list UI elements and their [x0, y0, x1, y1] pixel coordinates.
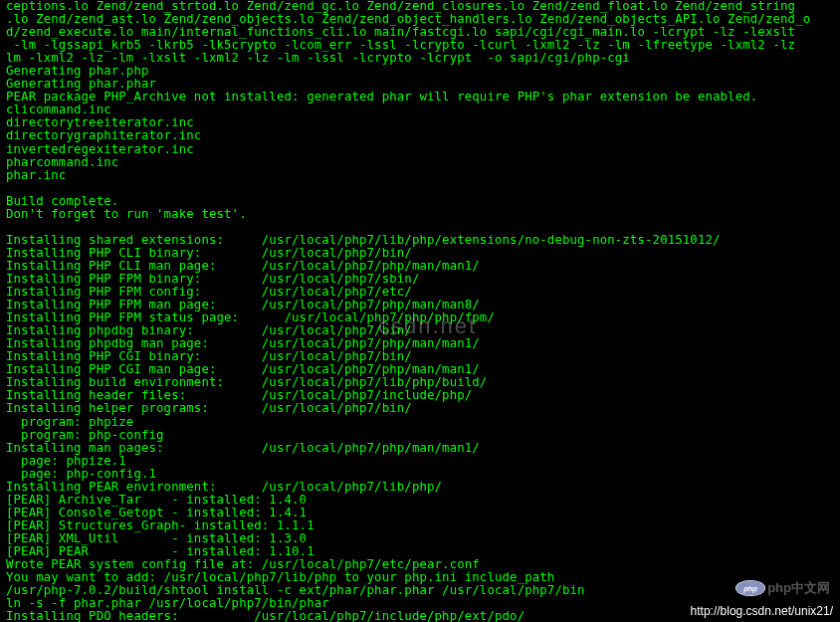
source-url: http://blog.csdn.net/unix21/ [688, 603, 836, 619]
terminal-output: ceptions.lo Zend/zend_strtod.lo Zend/zen… [0, 0, 840, 622]
